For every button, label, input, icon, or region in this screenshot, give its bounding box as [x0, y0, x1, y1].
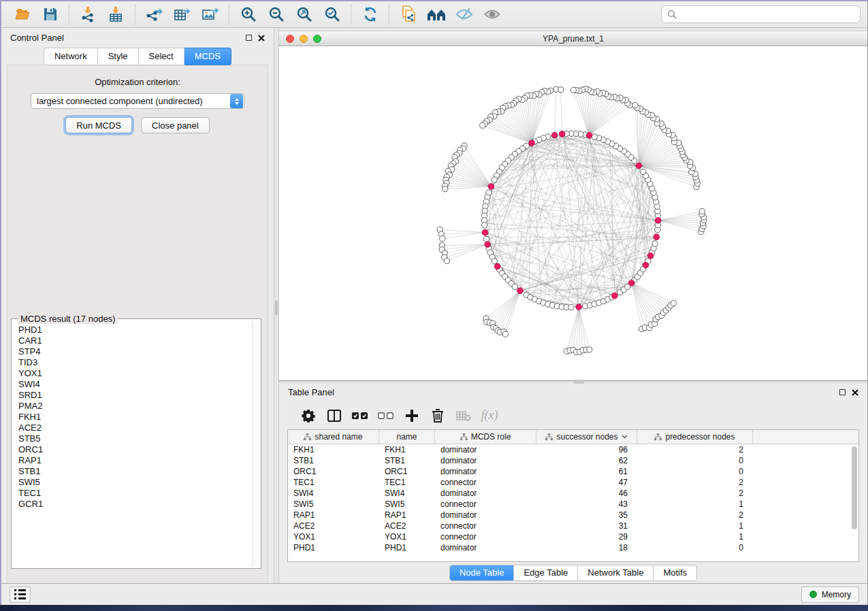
splitter-handle[interactable] — [573, 380, 584, 384]
table-row[interactable]: RAP1RAP1dominator352 — [288, 510, 858, 521]
mcds-panel-body: Optimization criterion: largest connecte… — [7, 65, 268, 583]
mcds-result-item[interactable]: STB1 — [18, 466, 251, 477]
cell-successor-nodes: 18 — [536, 543, 637, 552]
zoom-out-icon[interactable] — [262, 3, 290, 26]
task-history-button[interactable] — [10, 587, 31, 603]
table-scrollbar[interactable] — [851, 445, 858, 560]
select-all-checkboxes-icon[interactable] — [347, 406, 373, 426]
mcds-result-item[interactable]: STB5 — [18, 433, 251, 444]
cell-shared-name: PHD1 — [288, 543, 379, 552]
tab-network-table[interactable]: Network Table — [577, 565, 653, 580]
column-header-shared-name[interactable]: shared name — [288, 430, 379, 444]
save-icon[interactable] — [36, 3, 64, 26]
deselect-all-checkboxes-icon[interactable] — [373, 406, 399, 426]
tab-select[interactable]: Select — [139, 48, 184, 65]
delete-icon[interactable] — [425, 406, 451, 426]
table-panel: Table Panel — [279, 383, 867, 583]
float-panel-icon[interactable] — [839, 389, 846, 395]
copy-network-icon[interactable] — [394, 3, 422, 26]
horizontal-splitter[interactable] — [279, 381, 867, 383]
toolbar-separator — [135, 4, 135, 24]
zoom-selected-icon[interactable] — [318, 3, 346, 26]
close-panel-icon[interactable] — [852, 389, 858, 396]
cell-shared-name: FKH1 — [288, 445, 379, 455]
mcds-result-item[interactable]: PHD1 — [18, 325, 251, 335]
vertical-splitter[interactable] — [274, 28, 279, 583]
cell-name: TEC1 — [379, 478, 435, 487]
column-header-successor-nodes[interactable]: successor nodes — [536, 430, 637, 444]
minimize-window-icon[interactable] — [300, 35, 308, 43]
mcds-result-item[interactable]: PMA2 — [18, 401, 251, 412]
add-icon[interactable] — [399, 406, 425, 426]
mcds-result-scrollbar[interactable] — [252, 320, 259, 567]
mcds-result-item[interactable]: GCR1 — [18, 499, 251, 510]
table-row[interactable]: SWI5SWI5connector431 — [288, 499, 858, 510]
split-columns-icon[interactable] — [321, 406, 347, 426]
optimization-criterion-select[interactable]: largest connected component (undirected) — [31, 93, 244, 109]
table-row[interactable]: PHD1PHD1dominator180 — [288, 542, 858, 553]
tab-node-table[interactable]: Node Table — [450, 565, 514, 580]
open-folder-icon[interactable] — [8, 3, 36, 26]
tab-network[interactable]: Network — [44, 48, 98, 65]
close-panel-icon[interactable] — [258, 35, 265, 42]
control-panel-title: Control Panel — [10, 33, 64, 43]
run-mcds-button[interactable]: Run MCDS — [65, 117, 132, 133]
column-header-predecessor-nodes[interactable]: predecessor nodes — [637, 430, 753, 444]
splitter-handle[interactable] — [275, 300, 278, 315]
table-row[interactable]: FKH1FKH1dominator962 — [288, 444, 858, 455]
mcds-result-item[interactable]: TID3 — [18, 357, 251, 368]
hide-selected-icon[interactable] — [450, 3, 478, 26]
close-window-icon[interactable] — [286, 35, 294, 43]
mcds-result-item[interactable]: ACE2 — [18, 423, 251, 433]
cell-predecessor-nodes: 0 — [637, 543, 753, 552]
mcds-result-item[interactable]: SWI4 — [18, 379, 251, 390]
table-row[interactable]: SWI4SWI4dominator462 — [288, 488, 858, 499]
import-table-icon[interactable] — [102, 3, 130, 26]
mcds-result-item[interactable]: CAR1 — [18, 335, 251, 346]
tab-edge-table[interactable]: Edge Table — [513, 565, 577, 580]
tab-motifs[interactable]: Motifs — [653, 565, 696, 580]
maximize-window-icon[interactable] — [313, 35, 321, 43]
search-field[interactable] — [661, 5, 861, 23]
mcds-result-item[interactable]: STP4 — [18, 346, 251, 357]
mcds-result-list[interactable]: PHD1CAR1STP4TID3YOX1SWI4SRD1PMA2FKH1ACE2… — [13, 320, 251, 567]
export-network-icon[interactable] — [140, 3, 168, 26]
column-header-name[interactable]: name — [379, 430, 435, 444]
tab-style[interactable]: Style — [98, 48, 139, 65]
node-table[interactable]: shared namenameMCDS rolesuccessor nodesp… — [287, 429, 859, 562]
table-row[interactable]: ORC1ORC1dominator610 — [288, 466, 858, 477]
cell-successor-nodes: 31 — [536, 521, 637, 531]
function-builder-icon[interactable]: f(x) — [477, 406, 502, 426]
delete-table-icon[interactable] — [451, 406, 477, 426]
mcds-result-item[interactable]: SRD1 — [18, 390, 251, 401]
show-all-icon[interactable] — [478, 3, 506, 26]
memory-button[interactable]: Memory — [801, 587, 859, 603]
export-table-icon[interactable] — [168, 3, 196, 26]
mcds-result-item[interactable]: FKH1 — [18, 412, 251, 423]
network-window-titlebar[interactable]: YPA_prune.txt_1 — [279, 31, 867, 46]
close-panel-button[interactable]: Close panel — [141, 117, 210, 133]
export-image-icon[interactable] — [196, 3, 224, 26]
mcds-result-group: MCDS result (17 nodes) PHD1CAR1STP4TID3Y… — [11, 318, 261, 569]
mcds-result-item[interactable]: TEC1 — [18, 488, 251, 499]
column-header-MCDS-role[interactable]: MCDS role — [435, 430, 536, 444]
float-panel-icon[interactable] — [246, 35, 252, 41]
mcds-result-item[interactable]: ORC1 — [18, 444, 251, 455]
network-canvas[interactable] — [279, 46, 867, 380]
mcds-result-item[interactable]: RAP1 — [18, 455, 251, 466]
mcds-result-item[interactable]: YOX1 — [18, 368, 251, 379]
first-neighbors-icon[interactable] — [422, 3, 450, 26]
table-row[interactable]: YOX1YOX1connector291 — [288, 531, 858, 542]
zoom-in-icon[interactable] — [234, 3, 262, 26]
tab-mcds[interactable]: MCDS — [184, 48, 231, 65]
search-input[interactable] — [677, 10, 854, 20]
gear-icon[interactable] — [295, 406, 321, 426]
zoom-fit-icon[interactable] — [290, 3, 318, 26]
mcds-result-item[interactable]: SWI5 — [18, 477, 251, 488]
refresh-icon[interactable] — [356, 3, 384, 26]
table-row[interactable]: TEC1TEC1connector472 — [288, 477, 858, 488]
memory-status-icon — [809, 591, 817, 598]
table-row[interactable]: STB1STB1dominator620 — [288, 455, 858, 466]
import-network-icon[interactable] — [74, 3, 102, 26]
table-row[interactable]: ACE2ACE2connector311 — [288, 521, 858, 531]
